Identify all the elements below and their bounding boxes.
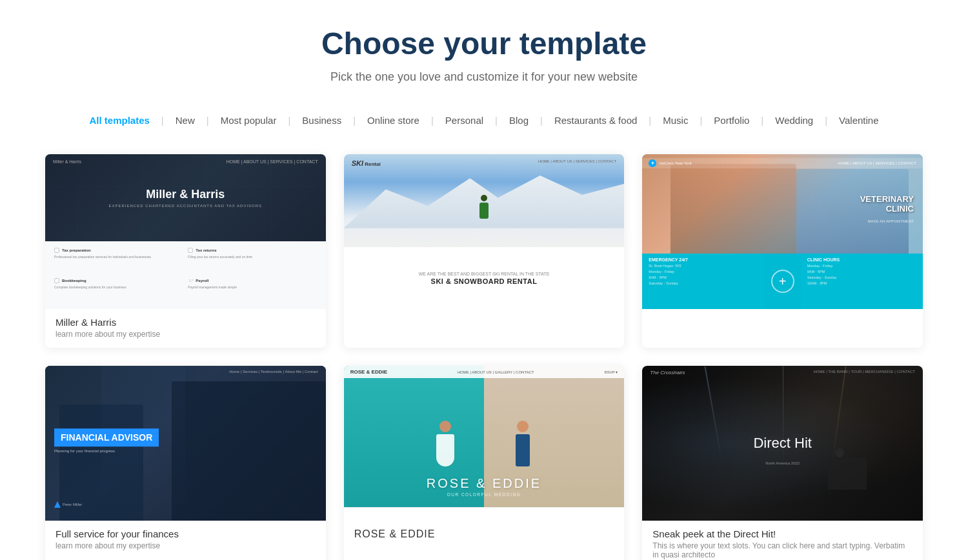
card4-caption-title: Full service for your finances: [55, 528, 316, 539]
card1-service-3: Bookkeeping Complete bookkeeping solutio…: [54, 278, 183, 303]
card1-service-2: Tax returns Filing your tax returns accu…: [188, 248, 316, 272]
template-card-rose-eddie[interactable]: ROSE & EDDIE HOME | ABOUT US | GALLERY |…: [344, 366, 625, 560]
template-card-vet-clinic[interactable]: + VetClinic New York HOME | ABOUT US | S…: [642, 154, 923, 348]
filter-new[interactable]: New: [164, 110, 207, 131]
card1-caption: Miller & Harris learn more about my expe…: [45, 309, 326, 348]
card4-caption-subtitle: learn more about my expertise: [55, 541, 316, 550]
card6-nav: HOME | THE BAND | TOUR | MERCHANDISE | C…: [814, 370, 915, 374]
template-card-financial-advisor[interactable]: Home | Services | Testimonials | About M…: [45, 366, 326, 560]
svg-point-0: [189, 279, 190, 281]
card3-emergency-info: EMERGENCY 24/7 Dr. Brett Hogan: 555Monda…: [642, 254, 764, 309]
card4-nav: Home | Services | Testimonials | About M…: [45, 370, 326, 374]
page-title: Choose your template: [45, 26, 923, 61]
filter-valentine[interactable]: Valentine: [827, 110, 890, 131]
card4-body-text: Planning for your financial progress: [54, 449, 159, 453]
card6-band-name: The Crosshairs: [650, 370, 685, 375]
template-card-ski-rental[interactable]: SKI Rental HOME | ABOUT US | SERVICES | …: [344, 154, 625, 348]
card6-title: Direct Hit: [753, 435, 811, 452]
card1-service-1: Tax preparation Professional tax prepara…: [54, 248, 183, 272]
template-card-direct-hit[interactable]: The Crosshairs HOME | THE BAND | TOUR | …: [642, 366, 923, 560]
card6-caption-title: Sneak peek at the Direct Hit!: [652, 528, 913, 539]
filter-business[interactable]: Business: [290, 110, 353, 131]
card1-menu-nav: HOME | ABOUT US | SERVICES | CONTACT: [227, 159, 318, 164]
filter-online-store[interactable]: Online store: [356, 110, 431, 131]
template-grid: Miller & Harris HOME | ABOUT US | SERVIC…: [45, 154, 923, 560]
card3-nav: HOME | ABOUT US | SERVICES | CONTACT: [838, 158, 916, 168]
template-card-miller-harris[interactable]: Miller & Harris HOME | ABOUT US | SERVIC…: [45, 154, 326, 348]
filter-wedding[interactable]: Wedding: [763, 110, 825, 131]
card3-clinic-hours: CLINIC HOURS Monday - Friday9AM - 5PMSat…: [801, 254, 923, 309]
filter-blog[interactable]: Blog: [498, 110, 540, 131]
card5-caption: ROSE & EDDIE: [344, 521, 625, 551]
page-subtitle: Pick the one you love and customize it f…: [45, 70, 923, 84]
card3-logo-text: + VetClinic New York: [649, 158, 691, 168]
filter-personal[interactable]: Personal: [434, 110, 495, 131]
card4-overlay: FINANCIAL ADVISOR Planning for your fina…: [54, 428, 159, 453]
card2-caption: [344, 309, 625, 322]
card1-tagline: EXPERIENCED CHARTERED ACCOUNTANTS AND TA…: [109, 204, 263, 208]
card4-logo: Peter Miller: [54, 501, 82, 508]
filter-all-templates[interactable]: All templates: [77, 110, 161, 131]
card1-service-4: Payroll Payroll management made simple: [188, 278, 316, 303]
card3-caption: [642, 309, 923, 322]
card4-badge-text: FINANCIAL ADVISOR: [54, 428, 159, 446]
card3-vet-title: VETERINARYCLINIC: [860, 194, 914, 214]
card3-cross-icon: +: [765, 254, 801, 309]
filter-restaurants[interactable]: Restaurants & food: [543, 110, 649, 131]
card1-title: Miller & Harris: [146, 188, 225, 201]
card6-caption: Sneak peek at the Direct Hit! This is wh…: [642, 521, 923, 560]
card5-caption-title: ROSE & EDDIE: [354, 528, 614, 540]
card5-nav-bar: ROSE & EDDIE HOME | ABOUT US | GALLERY |…: [344, 366, 625, 378]
filter-music[interactable]: Music: [651, 110, 700, 131]
card6-caption-subtitle: This is where your text slots. You can c…: [652, 541, 913, 559]
card1-caption-title: Miller & Harris: [55, 317, 316, 328]
filter-portfolio[interactable]: Portfolio: [702, 110, 761, 131]
card2-title: SKI & SNOWBOARD RENTAL: [431, 277, 538, 285]
filter-navigation: All templates | New | Most popular | Bus…: [45, 110, 923, 131]
svg-point-1: [192, 279, 193, 281]
card5-caption-area: [344, 507, 625, 521]
card6-tour-text: North America 2022: [765, 461, 800, 465]
card4-caption: Full service for your finances learn mor…: [45, 521, 326, 559]
card1-brand-nav: Miller & Harris: [53, 159, 81, 164]
card5-couple-overlay: ROSE & EDDIE OUR COLORFUL WEDDING: [344, 476, 625, 497]
card1-caption-subtitle: learn more about my expertise: [55, 330, 316, 339]
filter-most-popular[interactable]: Most popular: [209, 110, 288, 131]
